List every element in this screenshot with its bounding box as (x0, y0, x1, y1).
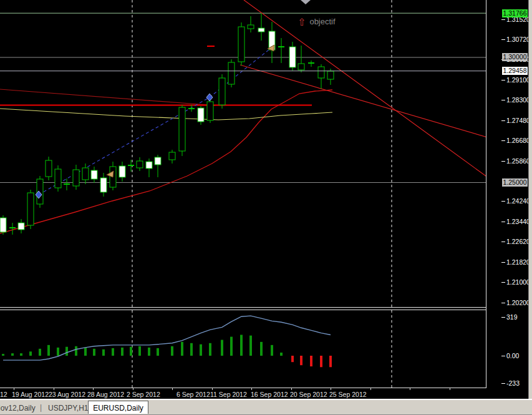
candle-body (73, 170, 79, 186)
candle-body (91, 170, 97, 179)
osma-histogram-bar (310, 356, 312, 366)
objectif-label: objectif (309, 17, 335, 26)
current-price-badge: 1.29458 (502, 67, 528, 75)
candle (248, 16, 254, 32)
candle-body (169, 152, 175, 160)
indicator-tick-label: 319 (506, 313, 518, 321)
price-tick-mark (501, 262, 505, 263)
osma-histogram-bar (11, 353, 14, 356)
osma-histogram-bar (39, 349, 41, 356)
diamond-marker-icon[interactable] (206, 94, 213, 101)
candle (146, 159, 152, 177)
osma-histogram-bar (230, 337, 233, 356)
candle-body (318, 67, 324, 78)
candle (100, 173, 107, 197)
osma-histogram-bar (329, 356, 332, 367)
objectif-annotation[interactable]: ⇧objectif (297, 16, 336, 28)
date-tick-mark (93, 388, 94, 390)
osma-histogram-bar (75, 346, 77, 356)
candle-body (119, 166, 125, 177)
trendline[interactable] (240, 65, 486, 143)
candle (179, 105, 185, 156)
candle (228, 59, 235, 87)
osma-histogram-bar (148, 348, 150, 356)
candle (169, 150, 175, 164)
date-tick-mark (212, 388, 213, 390)
price-tick-label: 1.27480 (506, 117, 530, 125)
candle-body (137, 161, 143, 168)
indicator-tick-mark (501, 383, 505, 384)
candle (128, 160, 134, 172)
price-tick-mark (501, 282, 505, 283)
candle-body (207, 102, 213, 120)
price-tick-label: 1.24240 (506, 197, 530, 205)
trendline[interactable] (244, 0, 486, 191)
indicator-tick-label: 0.00 (506, 352, 519, 360)
candle (289, 42, 296, 71)
price-axis[interactable]: 1.315201.307201.299201.291001.283001.274… (486, 0, 528, 400)
candle (27, 190, 34, 229)
osma-histogram-bar (260, 342, 263, 356)
price-tick-mark (501, 19, 505, 20)
candle (155, 155, 161, 177)
price-tick-mark (501, 222, 505, 222)
osma-histogram-bar (200, 344, 202, 356)
date-tick-mark (14, 388, 14, 390)
osma-histogram-bar (57, 348, 59, 356)
date-tick-mark (172, 388, 173, 390)
date-tick-mark (251, 388, 252, 390)
osma-histogram-bar (181, 342, 183, 356)
chart-shift-marker-icon[interactable] (301, 0, 311, 4)
osma-histogram-bar (93, 349, 95, 356)
candle (119, 162, 125, 182)
candle-body (55, 169, 61, 188)
candle (9, 223, 16, 235)
chart-tab-bar: Nov12,Daily | USDJPY,H1 EURUSD,Daily (0, 399, 532, 415)
date-label: 28 Aug 2012 (87, 391, 124, 398)
candle (238, 22, 244, 66)
candle (188, 105, 195, 112)
trendline[interactable] (0, 89, 215, 105)
price-tick-mark (501, 303, 505, 303)
candle-body (146, 162, 152, 168)
candle-body (82, 168, 89, 180)
tab-eurusd-daily[interactable]: EURUSD,Daily (88, 401, 148, 414)
candle-body (179, 107, 185, 151)
indicator-tick-label: -233 (506, 379, 520, 388)
price-tick-label: 1.30720 (506, 36, 530, 44)
tab-usdjpy-h1[interactable]: USDJPY,H1 (48, 404, 88, 413)
active-tab-label: EURUSD,Daily (93, 404, 143, 413)
candle (73, 165, 79, 190)
pane-separator[interactable] (0, 307, 528, 310)
candle (278, 38, 284, 63)
candle-body (327, 71, 334, 79)
price-level-badge: 1.25000 (502, 178, 528, 187)
candle-body (298, 64, 304, 70)
price-tick-mark (501, 242, 505, 242)
price-level-badge: 1.31766 (502, 9, 528, 17)
price-tick-label: 1.23440 (506, 218, 530, 226)
candle-body (238, 27, 244, 62)
date-label: 25 Sep 2012 (329, 391, 367, 398)
osma-indicator-pane[interactable] (0, 310, 486, 388)
candle (269, 22, 275, 63)
candle (198, 106, 204, 125)
candle-body (248, 25, 254, 29)
osma-histogram-bar (320, 356, 322, 367)
candle (18, 219, 24, 233)
date-label: 16 Sep 2012 (251, 391, 288, 398)
tab-nov12-daily[interactable]: Nov12,Daily (0, 404, 36, 413)
candle-body (155, 157, 161, 165)
price-tick-mark (501, 161, 505, 162)
candle-body (0, 218, 6, 232)
date-tick-mark (291, 388, 292, 390)
price-tick-mark (501, 140, 505, 141)
moving-average-yellow (0, 109, 332, 120)
candle (137, 157, 143, 171)
candle (91, 167, 97, 183)
candle (46, 157, 52, 180)
price-tick-label: 1.29100 (506, 76, 530, 84)
main-price-chart[interactable] (0, 0, 486, 307)
candle-body (46, 160, 52, 177)
osma-histogram-bar (84, 348, 87, 356)
